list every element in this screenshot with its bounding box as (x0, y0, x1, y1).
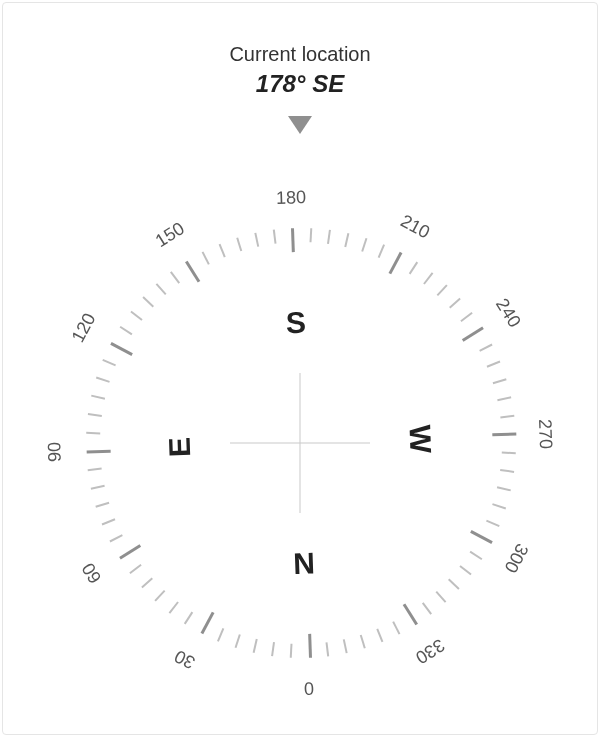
indicator-triangle-icon (288, 116, 312, 134)
tick-minor (487, 361, 501, 368)
tick-minor (493, 378, 507, 384)
degree-label-270: 270 (534, 419, 556, 450)
degree-label-300: 300 (500, 540, 533, 576)
tick-major (201, 612, 215, 635)
tick-minor (325, 642, 329, 656)
tick-major (291, 228, 295, 252)
tick-minor (120, 326, 133, 335)
tick-minor (497, 396, 511, 401)
degree-label-60: 60 (78, 559, 106, 587)
tick-minor (184, 612, 193, 625)
tick-minor (360, 635, 366, 649)
tick-minor (470, 551, 483, 560)
tick-minor (460, 312, 472, 322)
tick-minor (202, 251, 210, 264)
bearing-value: 178° SE (3, 70, 597, 98)
degree-label-210: 210 (397, 210, 433, 243)
tick-minor (253, 639, 258, 653)
tick-minor (500, 415, 514, 419)
compass-dial[interactable]: 0306090120150180210240270300330NESW (40, 183, 560, 703)
degree-label-330: 330 (412, 634, 449, 668)
tick-minor (423, 272, 433, 284)
tick-major (492, 432, 516, 436)
tick-major (185, 261, 200, 283)
tick-minor (91, 485, 105, 490)
tick-major (308, 634, 312, 658)
tick-minor (102, 359, 116, 366)
tick-minor (310, 228, 313, 242)
tick-minor (130, 311, 142, 321)
tick-minor (156, 283, 167, 295)
tick-minor (290, 644, 293, 658)
tick-minor (392, 621, 400, 634)
tick-major (403, 603, 418, 625)
tick-minor (422, 602, 432, 614)
tick-minor (109, 534, 122, 542)
tick-minor (449, 298, 461, 309)
tick-minor (142, 296, 154, 307)
degree-label-120: 120 (67, 310, 100, 346)
cardinal-S: S (285, 306, 306, 341)
tick-minor (327, 230, 331, 244)
tick-major (87, 450, 111, 454)
degree-label-240: 240 (491, 295, 525, 332)
tick-minor (486, 520, 500, 527)
tick-major (462, 327, 484, 342)
tick-minor (271, 642, 275, 656)
degree-label-180: 180 (276, 187, 307, 209)
tick-minor (96, 377, 110, 383)
tick-major (110, 342, 133, 356)
tick-minor (273, 230, 277, 244)
tick-minor (459, 565, 471, 575)
tick-minor (500, 469, 514, 473)
tick-minor (88, 467, 102, 471)
degree-label-30: 30 (171, 645, 199, 673)
tick-minor (236, 237, 242, 251)
compass-card: Current location 178° SE 030609012015018… (2, 2, 598, 735)
tick-minor (497, 486, 511, 491)
tick-minor (479, 344, 492, 352)
tick-minor (492, 503, 506, 509)
tick-minor (219, 244, 226, 258)
tick-minor (254, 233, 259, 247)
tick-minor (154, 590, 165, 602)
tick-minor (376, 629, 383, 643)
tick-minor (502, 452, 516, 455)
tick-major (119, 544, 141, 559)
tick-minor (448, 579, 460, 590)
cardinal-N: N (293, 546, 316, 581)
tick-minor (102, 518, 116, 525)
degree-label-150: 150 (152, 218, 189, 252)
tick-minor (170, 271, 180, 283)
needle-vertical (300, 373, 301, 513)
tick-minor (437, 284, 448, 296)
tick-minor (169, 601, 179, 613)
heading-indicator: Current location 178° SE (3, 43, 597, 134)
cardinal-W: W (402, 424, 437, 453)
tick-minor (95, 502, 109, 508)
tick-minor (91, 395, 105, 400)
tick-minor (435, 591, 446, 603)
cardinal-E: E (163, 437, 198, 458)
tick-major (389, 252, 403, 275)
tick-minor (378, 244, 385, 258)
tick-minor (217, 628, 224, 642)
tick-minor (361, 238, 367, 252)
tick-minor (409, 262, 418, 275)
location-label: Current location (3, 43, 597, 66)
tick-minor (88, 413, 102, 417)
tick-minor (235, 634, 241, 648)
tick-major (470, 530, 493, 544)
degree-label-0: 0 (303, 677, 314, 698)
tick-minor (86, 432, 100, 435)
tick-minor (344, 233, 349, 247)
tick-minor (129, 564, 141, 574)
tick-minor (343, 639, 348, 653)
tick-minor (141, 577, 153, 588)
degree-label-90: 90 (44, 441, 66, 462)
